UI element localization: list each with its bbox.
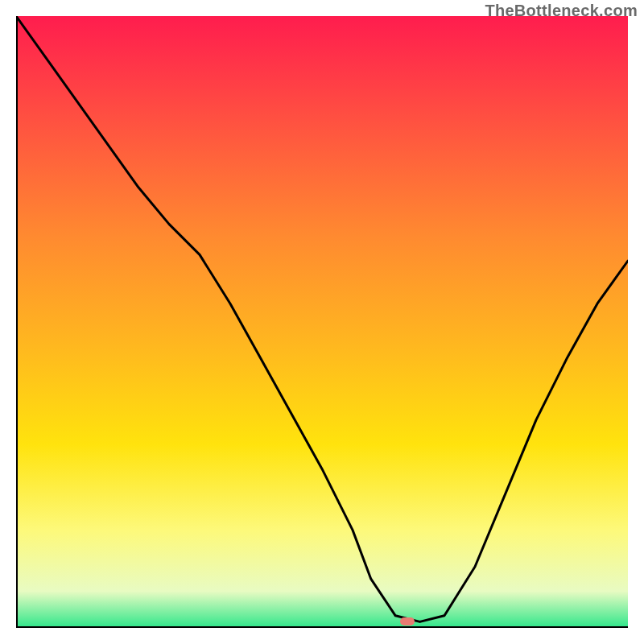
plot-svg	[16, 16, 628, 628]
x-axis	[16, 626, 628, 628]
y-axis	[16, 16, 18, 628]
gradient-background	[16, 16, 628, 628]
optimal-marker	[400, 617, 415, 625]
chart-container: TheBottleneck.com	[0, 0, 644, 644]
